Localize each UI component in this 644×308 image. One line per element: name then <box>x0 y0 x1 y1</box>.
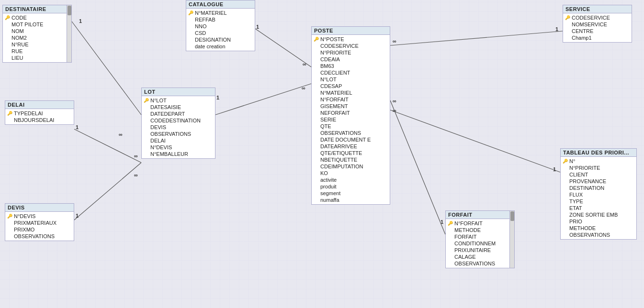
table-lot: LOT🔑N°LOTDATESAISIEDATEDEPARTCODEDESTINA… <box>141 88 215 159</box>
field-tableau-methode: METHODE <box>561 225 636 231</box>
field-label-lot-6: DELAI <box>150 138 166 143</box>
field-label-service-1: NOMSERVICE <box>572 22 607 27</box>
field-service-champ1: Champ1 <box>563 34 632 41</box>
field-label-lot-4: DEVIS <box>150 124 166 130</box>
field-lot-datedepart: DATEDEPART <box>142 110 215 117</box>
field-tableau-provenance: PROVENANCE <box>561 178 636 185</box>
field-label-destinataire-5: RUE <box>11 48 23 54</box>
field-label-poste-22: produit <box>320 184 337 189</box>
field-poste-activite: activite <box>312 176 390 183</box>
field-poste-cdeclient: CDECLIENT <box>312 69 390 76</box>
field-catalogue-designation: DESIGNATION <box>186 36 255 43</box>
rel-lot-poste-8: ∞ <box>302 85 305 91</box>
table-service-fields: 🔑CODESERVICENOMSERVICECENTREChamp1 <box>563 13 632 42</box>
field-poste-ko: KO <box>312 170 390 176</box>
table-forfait-title: FORFAIT <box>446 211 514 219</box>
field-destinataire-code: 🔑CODE <box>3 14 71 21</box>
field-label-poste-12: SERIE <box>320 117 336 122</box>
table-service-title: SERVICE <box>563 5 632 13</box>
field-tableau-type: TYPE <box>561 198 636 205</box>
svg-line-4 <box>390 100 445 234</box>
field-label-lot-8: N°EMBALLEUR <box>150 151 188 157</box>
field-label-forfait-2: FORFAIT <box>454 234 476 240</box>
field-tableau-n-priorite: N°PRIORITE <box>561 165 636 171</box>
field-label-tableau-11: OBSERVATIONS <box>569 232 610 238</box>
field-label-catalogue-5: date creation <box>195 44 226 49</box>
field-destinataire-rue: RUE <box>3 48 71 55</box>
field-devis-observations: OBSERVATIONS <box>5 233 74 240</box>
field-forfait-observations: OBSERVATIONS <box>446 260 514 267</box>
field-label-forfait-0: N°FORFAIT <box>454 220 483 226</box>
field-label-lot-2: DATEDEPART <box>150 111 185 117</box>
field-devis-n-devis: 🔑N°DEVIS <box>5 213 74 220</box>
field-label-poste-2: N°PRIORITE <box>320 50 351 55</box>
field-label-tableau-7: ETAT <box>569 205 582 211</box>
field-label-tableau-2: CLIENT <box>569 172 588 177</box>
table-poste-title: POSTE <box>312 27 390 35</box>
field-poste-cdeaia: CDEAIA <box>312 56 390 63</box>
field-lot-n-lot: 🔑N°LOT <box>142 97 215 104</box>
field-label-poste-21: activite <box>320 177 337 183</box>
field-label-destinataire-6: LIEU <box>11 55 23 61</box>
field-tableau-client: CLIENT <box>561 171 636 178</box>
field-label-devis-2: PRIXMO <box>14 227 34 232</box>
field-label-poste-10: GISEMENT <box>320 103 348 109</box>
field-poste-cdesap: CDESAP <box>312 83 390 89</box>
rel-lot-poste-1: 1 <box>216 95 219 100</box>
field-label-tableau-6: TYPE <box>569 198 583 204</box>
field-label-tableau-1: N°PRIORITE <box>569 165 600 171</box>
field-label-poste-11: NEFORFAIT <box>320 110 350 116</box>
field-poste-bm63: BM63 <box>312 63 390 69</box>
field-label-poste-6: N°LOT <box>320 77 337 82</box>
field-label-poste-24: numaffa <box>320 197 339 203</box>
table-destinataire-title: DESTINATAIRE <box>3 5 71 13</box>
field-destinataire-lieu: LIEU <box>3 55 71 61</box>
table-forfait-fields: 🔑N°FORFAITMETHODEFORFAITCONDITIONNEMPRIX… <box>446 219 514 268</box>
field-label-poste-0: N°POSTE <box>320 36 344 42</box>
pk-icon: 🔑 <box>565 15 570 20</box>
field-poste-neforfait: NEFORFAIT <box>312 110 390 116</box>
rel-poste-forfait-1: 1 <box>441 219 443 225</box>
rel-poste-forfait-8: ∞ <box>393 98 396 104</box>
field-label-poste-3: CDEAIA <box>320 56 340 62</box>
svg-line-2 <box>255 29 311 67</box>
pk-icon: 🔑 <box>7 214 12 219</box>
field-tableau-n-: 🔑N° <box>561 158 636 165</box>
field-forfait-calage: CALAGE <box>446 253 514 260</box>
svg-line-3 <box>390 31 563 45</box>
field-forfait-forfait: FORFAIT <box>446 233 514 240</box>
field-forfait-n-forfait: 🔑N°FORFAIT <box>446 220 514 227</box>
field-poste-numaffa: numaffa <box>312 197 390 203</box>
table-forfait: FORFAIT🔑N°FORFAITMETHODEFORFAITCONDITION… <box>445 210 515 268</box>
rel-cat-poste-8: ∞ <box>303 61 306 67</box>
table-devis-title: DEVIS <box>5 204 74 212</box>
field-label-poste-23: segment <box>320 190 340 196</box>
table-delai: DELAI🔑TYPEDELAINBJOURSDELAI <box>5 100 74 125</box>
field-poste-qte-etiquette: QTE/ETIQUETTE <box>312 150 390 156</box>
table-tableau: TABLEAU DES PRIORI...🔑N°N°PRIORITECLIENT… <box>560 148 637 240</box>
field-label-destinataire-3: NOM2 <box>11 35 27 41</box>
field-label-poste-17: QTE/ETIQUETTE <box>320 150 362 156</box>
field-service-centre: CENTRE <box>563 28 632 34</box>
field-poste-n-lot: N°LOT <box>312 76 390 83</box>
field-tableau-observations: OBSERVATIONS <box>561 231 636 238</box>
rel-poste-tableau-1: 1 <box>553 166 556 172</box>
field-label-poste-19: CDEIMPUTATION <box>320 164 363 169</box>
table-service: SERVICE🔑CODESERVICENOMSERVICECENTREChamp… <box>563 5 632 43</box>
field-poste-n-poste: 🔑N°POSTE <box>312 36 390 43</box>
scrollbar-forfait[interactable] <box>509 211 514 268</box>
field-poste-qte: QTE <box>312 123 390 130</box>
svg-line-0 <box>72 22 141 115</box>
field-poste-segment: segment <box>312 190 390 197</box>
field-lot-observations: OBSERVATIONS <box>142 131 215 137</box>
field-lot-devis: DEVIS <box>142 124 215 131</box>
rel-poste-service-8: ∞ <box>393 38 396 44</box>
field-label-forfait-1: METHODE <box>454 227 481 233</box>
pk-icon: 🔑 <box>314 37 319 42</box>
rel-poste-service-1: 1 <box>555 26 558 32</box>
rel-poste-tableau-8: ∞ <box>393 108 396 113</box>
field-destinataire-nom2: NOM2 <box>3 34 71 41</box>
scrollbar-destinataire[interactable] <box>67 5 71 62</box>
field-label-delai-1: NBJOURSDELAI <box>14 117 54 123</box>
rel-dest-lot-8: ∞ <box>119 132 123 137</box>
